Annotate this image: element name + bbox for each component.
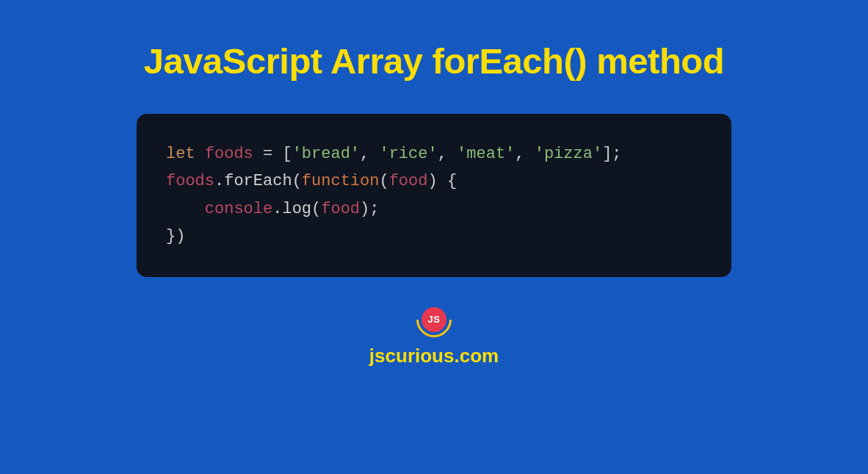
object-foods: foods [166, 172, 214, 190]
code-line-2: foods.forEach(function(food) { [166, 168, 702, 195]
object-console: console [205, 200, 272, 218]
punct-comma: , [360, 145, 379, 163]
punct-open-paren: ( [292, 172, 302, 190]
punct-close-paren-brace: ) { [427, 172, 457, 190]
footer: JS jscurious.com [369, 302, 499, 367]
code-line-1: let foods = ['bread', 'rice', 'meat', 'p… [166, 140, 702, 168]
punct-dot: . [214, 172, 224, 190]
punct-equals-bracket: = [ [253, 145, 292, 163]
keyword-function: function [302, 172, 380, 190]
punct-comma: , [515, 145, 534, 163]
logo-text: JS [428, 314, 441, 325]
code-line-4: }) [166, 223, 702, 250]
string-rice: 'rice' [379, 145, 437, 163]
punct-open-paren-3: ( [311, 200, 321, 218]
code-line-3: console.log(food); [166, 195, 702, 223]
punct-close-paren-semi: ); [360, 200, 379, 218]
string-meat: 'meat' [457, 145, 515, 163]
keyword-let: let [166, 145, 195, 163]
punct-dot-2: . [272, 200, 282, 218]
punct-comma: , [438, 145, 457, 163]
string-pizza: 'pizza' [535, 145, 602, 163]
logo-circle-icon: JS [422, 307, 446, 332]
site-logo: JS [416, 302, 452, 337]
variable-foods: foods [205, 145, 253, 163]
param-food: food [389, 172, 428, 190]
site-name: jscurious.com [369, 345, 499, 367]
arg-food: food [321, 200, 360, 218]
indent [166, 200, 205, 218]
punct-close-bracket: ]; [602, 145, 621, 163]
punct-open-paren-2: ( [379, 172, 388, 190]
page-title: JavaScript Array forEach() method [144, 40, 724, 82]
punct-close-brace-paren: }) [166, 227, 185, 245]
code-block: let foods = ['bread', 'rice', 'meat', 'p… [137, 114, 731, 277]
method-log: log [282, 200, 311, 218]
method-foreach: forEach [224, 172, 292, 190]
string-bread: 'bread' [292, 145, 360, 163]
